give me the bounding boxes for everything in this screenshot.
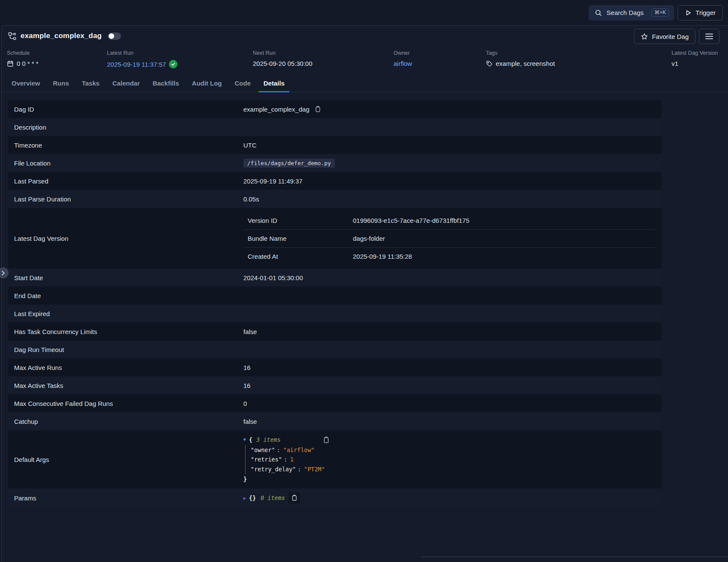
json-entry-retry-delay: "retry_delay":"PT2M" (251, 464, 661, 474)
row-value: 2025-09-19 11:35:28 (353, 253, 655, 260)
row-value: 0.05s (243, 195, 259, 203)
row-label: Bundle Name (243, 235, 353, 242)
json-items-count: 0 items (260, 494, 285, 501)
row-label: Last Expired (8, 310, 243, 317)
next-run-value: 2025-09-20 05:30:00 (253, 60, 312, 67)
dag-pause-toggle[interactable] (108, 33, 121, 40)
json-close-brace: } (243, 474, 661, 484)
tab-tasks[interactable]: Tasks (82, 74, 99, 92)
owner-link[interactable]: airflow (394, 60, 412, 67)
json-braces: {} (249, 494, 256, 501)
favorite-dag-label: Favorite Dag (652, 33, 689, 40)
dag-meta-row: Schedule 0 0 * * * Latest Run 2025-09-19… (2, 47, 728, 74)
row-label: Created At (243, 253, 353, 260)
clipboard-icon (314, 106, 321, 112)
bottom-divider (421, 556, 728, 557)
table-row-default-args: Default Args ▼ { 3 items (8, 430, 661, 488)
tab-details[interactable]: Details (263, 74, 284, 92)
table-row-end-date: End Date (8, 287, 661, 305)
table-row-catchup: Catchup false (8, 412, 661, 430)
dag-icon (8, 32, 16, 40)
row-value: example_complex_dag (243, 106, 309, 113)
subtable-row-created-at: Created At 2025-09-19 11:35:28 (243, 247, 655, 265)
tag-icon (486, 60, 493, 67)
tab-calendar[interactable]: Calendar (112, 74, 140, 92)
row-label: Dag ID (8, 106, 243, 113)
row-label: Max Active Tasks (8, 382, 243, 389)
json-items-count: 3 items (256, 435, 281, 445)
table-row-latest-dag-version: Latest Dag Version Version ID 01996093-e… (8, 208, 661, 269)
row-label: Max Consecutive Failed Dag Runs (8, 400, 243, 407)
dag-header: example_complex_dag Favorite Dag (2, 26, 728, 46)
row-label: Params (8, 494, 243, 502)
row-label: Last Parsed (8, 177, 243, 185)
tab-audit-log[interactable]: Audit Log (192, 74, 222, 92)
dag-detail-panel: example_complex_dag Favorite Dag (1, 25, 728, 562)
calendar-icon (7, 60, 14, 67)
subtable-row-version-id: Version ID 01996093-e1c5-7ace-a77e-d6731… (243, 211, 655, 229)
toggle-knob (109, 33, 114, 39)
json-open-brace: { (249, 435, 252, 445)
row-label: Version ID (243, 217, 353, 224)
clipboard-icon (291, 494, 298, 501)
row-value: 2024-01-01 05:30:00 (243, 274, 303, 281)
favorite-dag-button[interactable]: Favorite Dag (634, 29, 695, 44)
file-location-value: /files/dags/defer_demo.py (243, 159, 335, 168)
meta-next-run: Next Run 2025-09-20 05:30:00 (253, 50, 312, 67)
latest-dag-version-subtable: Version ID 01996093-e1c5-7ace-a77e-d6731… (243, 211, 655, 265)
search-dags-label: Search Dags (607, 9, 644, 16)
tab-code[interactable]: Code (235, 74, 251, 92)
play-icon (685, 9, 692, 16)
star-icon (641, 33, 648, 40)
row-label: Has Task Concurrency Limits (8, 328, 243, 335)
dag-title: example_complex_dag (21, 32, 102, 40)
copy-button[interactable] (322, 435, 331, 444)
row-label: Catchup (8, 418, 243, 425)
search-dags-button[interactable]: Search Dags ⌘+K (589, 5, 674, 21)
subtable-row-bundle-name: Bundle Name dags-folder (243, 229, 655, 247)
table-row-last-parsed: Last Parsed 2025-09-19 11:49:37 (8, 172, 661, 190)
row-value: 16 (243, 382, 251, 389)
tab-runs[interactable]: Runs (53, 74, 69, 92)
row-label: Last Parse Duration (8, 195, 243, 203)
row-value: 2025-09-19 11:49:37 (243, 177, 302, 185)
success-check-icon (169, 60, 178, 68)
schedule-value: 0 0 * * * (17, 60, 38, 67)
details-table: Dag ID example_complex_dag Description T… (8, 100, 661, 507)
table-row-description: Description (8, 118, 661, 136)
trigger-label: Trigger (695, 9, 716, 16)
dag-tabs: Overview Runs Tasks Calendar Backfills A… (2, 74, 728, 92)
latest-run-link[interactable]: 2025-09-19 11:37:57 (107, 61, 166, 68)
copy-button[interactable] (288, 492, 300, 504)
expand-toggle-icon[interactable]: ▶ (243, 496, 246, 500)
search-shortcut-badge: ⌘+K (651, 9, 669, 17)
row-value: 0 (243, 400, 247, 407)
table-row-dag-run-timeout: Dag Run Timeout (8, 340, 661, 358)
json-entry-retries: "retries":1 (251, 455, 661, 464)
trigger-button[interactable]: Trigger (678, 5, 723, 21)
collapse-toggle-icon[interactable]: ▼ (243, 436, 246, 444)
meta-tags: Tags example, screenshot (486, 50, 555, 67)
meta-schedule: Schedule 0 0 * * * (7, 50, 38, 67)
row-label: Latest Dag Version (8, 235, 243, 242)
tab-backfills[interactable]: Backfills (153, 74, 179, 92)
row-value: false (243, 418, 257, 425)
row-label: End Date (8, 292, 243, 299)
copy-button[interactable] (314, 105, 322, 113)
table-row-params: Params ▶ {} 0 items (8, 488, 661, 507)
clipboard-icon (323, 436, 330, 444)
table-row-start-date: Start Date 2024-01-01 05:30:00 (8, 269, 661, 287)
table-row-timezone: Timezone UTC (8, 136, 661, 154)
default-args-json-viewer: ▼ { 3 items (243, 430, 661, 488)
json-entry-owner: "owner":"airflow" (251, 445, 661, 455)
row-value: dags-folder (353, 235, 655, 242)
tab-overview[interactable]: Overview (12, 74, 40, 92)
table-row-last-expired: Last Expired (8, 305, 661, 322)
table-row-last-parse-duration: Last Parse Duration 0.05s (8, 190, 661, 208)
meta-latest-dag-version: Latest Dag Version v1 (672, 50, 719, 67)
dag-options-menu-button[interactable] (699, 29, 719, 44)
row-value: 01996093-e1c5-7ace-a77e-d6731ffbf175 (353, 217, 655, 224)
topbar: Search Dags ⌘+K Trigger (0, 0, 728, 25)
table-row-dag-id: Dag ID example_complex_dag (8, 100, 661, 118)
row-label: Dag Run Timeout (8, 346, 243, 353)
